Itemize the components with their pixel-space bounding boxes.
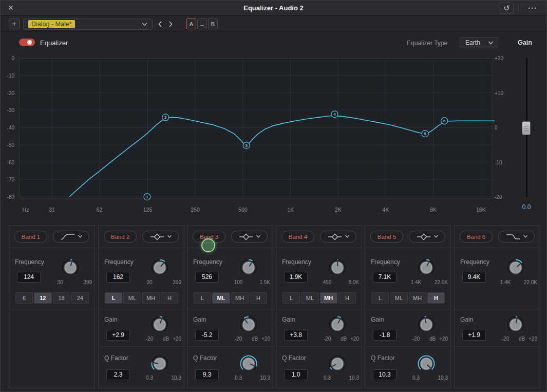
output-gain-value[interactable]: 0.0 — [517, 203, 536, 211]
band-5-seg-mh[interactable]: MH — [409, 292, 426, 304]
gain-axis: +20+100-10-20 — [495, 58, 510, 198]
next-preset-button[interactable] — [166, 18, 175, 30]
band-3-seg-h[interactable]: H — [250, 292, 267, 304]
eq-point-5[interactable]: 5 — [422, 130, 428, 137]
band-6-filter-dropdown[interactable] — [498, 231, 535, 242]
band-2-seg-h[interactable]: H — [161, 292, 178, 304]
eq-point-4[interactable]: 4 — [331, 111, 338, 118]
band-4-seg-l[interactable]: L — [282, 292, 300, 304]
ab-copy-arrow-button[interactable]: → — [197, 18, 207, 29]
band-6-frequency-value[interactable]: 9.4K — [462, 272, 486, 283]
titlebar-divider — [518, 4, 519, 13]
band-3-q-factor-value[interactable]: 9.3 — [195, 369, 219, 380]
band-2-q-factor-knob[interactable] — [150, 354, 169, 373]
band-4-seg-ml[interactable]: ML — [301, 292, 318, 304]
svg-text:2: 2 — [164, 115, 167, 120]
eq-point-1[interactable]: 1 — [144, 194, 150, 200]
band-3-seg-mh[interactable]: MH — [231, 292, 249, 304]
prev-preset-button[interactable] — [156, 18, 165, 30]
band-5-q-factor-value[interactable]: 10.3 — [373, 369, 397, 380]
band-5-frequency-value[interactable]: 7.1K — [373, 272, 397, 283]
band-4-q-factor-knob[interactable] — [328, 354, 347, 373]
more-options-icon[interactable]: ⋯ — [524, 2, 540, 14]
band-4-filter-dropdown[interactable] — [320, 231, 356, 242]
eq-point-3[interactable]: 3 — [243, 142, 250, 149]
band-3-seg-l[interactable]: L — [194, 292, 211, 304]
band-3-q-section: Q Factor9.30.310.3 — [187, 347, 273, 388]
band-2-seg-ml[interactable]: ML — [123, 292, 141, 304]
band-4-frequency-value[interactable]: 1.9K — [284, 272, 308, 283]
band-5-gain-knob[interactable] — [417, 315, 436, 334]
output-gain-slider-handle[interactable] — [522, 121, 531, 135]
band-2-button[interactable]: Band 2 — [104, 231, 137, 242]
band-5-button[interactable]: Band 5 — [370, 231, 403, 242]
band-6-header: Band 6 — [455, 226, 540, 248]
band-6-button[interactable]: Band 6 — [460, 231, 493, 242]
band-3-seg-ml[interactable]: ML — [212, 292, 230, 304]
band-panel-2: Band 2Frequency16230399LMLMHHGain+2.9-20… — [98, 225, 184, 388]
band-5-filter-dropdown[interactable] — [409, 231, 445, 242]
band-1-seg-24[interactable]: 24 — [71, 292, 89, 304]
eq-point-6[interactable]: 6 — [441, 118, 448, 124]
band-1-filter-dropdown[interactable] — [53, 231, 89, 242]
preset-dropdown[interactable]: Dialog - Male* — [23, 18, 153, 30]
equalizer-type-dropdown[interactable]: Earth — [460, 37, 498, 48]
band-4-seg-h[interactable]: H — [338, 292, 356, 304]
band-1-frequency-knob[interactable] — [61, 258, 80, 277]
band-5-frequency-min-label: 1.4K — [408, 279, 424, 285]
band-3-frequency-label: Frequency — [193, 258, 222, 266]
band-4-q-factor-value[interactable]: 1.0 — [284, 369, 308, 380]
db-axis-label: -20 — [1, 90, 14, 96]
band-4-gain-value[interactable]: +3.8 — [284, 330, 308, 341]
band-5-q-factor-knob[interactable] — [417, 354, 436, 373]
freq-axis-label: 250 — [187, 207, 203, 213]
eq-curve-plot[interactable]: 123456 — [19, 58, 493, 198]
band-2-seg-mh[interactable]: MH — [142, 292, 160, 304]
frequency-axis: Hz31621252505001K2K4K8K16K — [1, 207, 547, 214]
freq-axis-label: 31 — [44, 207, 60, 213]
band-5-q-section: Q Factor10.30.310.3 — [365, 347, 450, 388]
band-5-seg-ml[interactable]: ML — [390, 292, 407, 304]
eq-point-2[interactable]: 2 — [162, 114, 169, 121]
titlebar: × Equalizer - Audio 2 ↺ ⋯ — [1, 1, 546, 16]
band-2-seg-l[interactable]: L — [105, 292, 122, 304]
band-1-frequency-value[interactable]: 124 — [17, 272, 41, 283]
band-4-gain-knob[interactable] — [328, 315, 347, 334]
band-3-gain-label: Gain — [193, 316, 206, 323]
band-6-gain-value[interactable]: +1.9 — [462, 330, 486, 341]
band-2-filter-dropdown[interactable] — [142, 231, 179, 242]
band-2-gain-knob[interactable] — [150, 315, 169, 334]
band-3-q-factor-knob[interactable] — [239, 354, 258, 373]
band-2-q-factor-value[interactable]: 2.3 — [106, 369, 130, 380]
band-1-seg-12[interactable]: 12 — [34, 292, 51, 304]
band-5-seg-l[interactable]: L — [371, 292, 389, 304]
band-3-gain-value[interactable]: -5.2 — [195, 330, 219, 341]
band-2-gain-value[interactable]: +2.9 — [106, 330, 130, 341]
band-2-frequency-knob[interactable] — [150, 258, 169, 277]
history-icon[interactable]: ↺ — [500, 2, 514, 14]
freq-axis-label: 1K — [282, 207, 299, 213]
ab-a-button[interactable]: A — [186, 18, 196, 29]
band-5-gain-value[interactable]: -1.8 — [373, 330, 397, 341]
band-4-seg-mh[interactable]: MH — [320, 292, 337, 304]
band-2-frequency-value[interactable]: 162 — [106, 272, 130, 283]
band-5-seg-h[interactable]: H — [427, 292, 445, 304]
ab-b-button[interactable]: B — [208, 18, 218, 29]
equalizer-enable-toggle[interactable] — [19, 39, 35, 46]
band-1-seg-6[interactable]: 6 — [15, 292, 33, 304]
band-6-frequency-knob[interactable] — [506, 258, 525, 277]
band-1-header: Band 1 — [9, 226, 95, 248]
band-3-button[interactable]: Band 3 — [193, 231, 225, 242]
band-1-seg-18[interactable]: 18 — [53, 292, 70, 304]
band-3-gain-knob[interactable] — [239, 315, 258, 334]
band-3-frequency-value[interactable]: 526 — [195, 272, 219, 283]
band-3-filter-dropdown[interactable] — [231, 231, 268, 242]
band-1-button[interactable]: Band 1 — [14, 231, 47, 242]
add-preset-button[interactable]: + — [9, 18, 20, 29]
band-2-gain-max-label: +20 — [161, 336, 181, 342]
band-4-button[interactable]: Band 4 — [281, 231, 314, 242]
band-6-gain-knob[interactable] — [506, 315, 525, 334]
band-3-frequency-knob[interactable] — [239, 258, 258, 277]
band-5-frequency-knob[interactable] — [417, 258, 436, 277]
band-4-frequency-knob[interactable] — [328, 258, 347, 277]
